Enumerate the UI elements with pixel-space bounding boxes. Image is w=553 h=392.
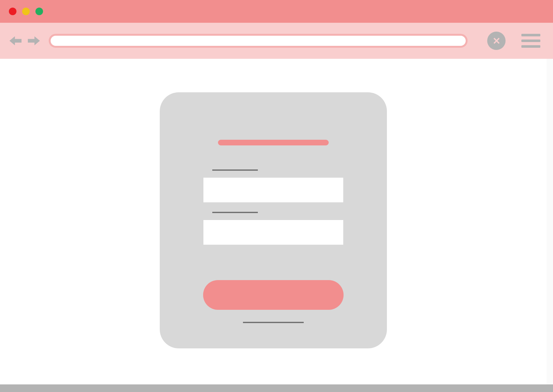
window-minimize-icon[interactable] <box>22 8 30 15</box>
form-title <box>218 140 329 145</box>
back-arrow-icon[interactable] <box>9 36 22 46</box>
scrollbar[interactable] <box>547 59 553 392</box>
window-maximize-icon[interactable] <box>35 8 43 15</box>
forward-arrow-icon[interactable] <box>28 36 40 46</box>
window-close-icon[interactable] <box>9 8 16 15</box>
stop-button[interactable]: ✕ <box>487 32 506 50</box>
title-bar <box>0 0 553 23</box>
submit-button[interactable] <box>203 280 344 310</box>
form-group-2 <box>203 212 343 245</box>
form-group-1 <box>203 169 343 202</box>
content-area <box>0 59 553 392</box>
field-1-label <box>212 169 258 171</box>
menu-button[interactable] <box>521 34 540 48</box>
hamburger-icon <box>521 45 540 48</box>
hamburger-icon <box>521 34 540 36</box>
login-card <box>160 92 387 348</box>
close-icon: ✕ <box>493 35 500 46</box>
footer-link[interactable] <box>243 322 304 323</box>
field-1-input[interactable] <box>203 178 343 202</box>
nav-bar: ✕ <box>0 23 553 59</box>
hamburger-icon <box>521 40 540 42</box>
status-bar <box>0 384 553 392</box>
field-2-input[interactable] <box>203 220 343 245</box>
url-input[interactable] <box>49 34 468 48</box>
field-2-label <box>212 212 258 213</box>
